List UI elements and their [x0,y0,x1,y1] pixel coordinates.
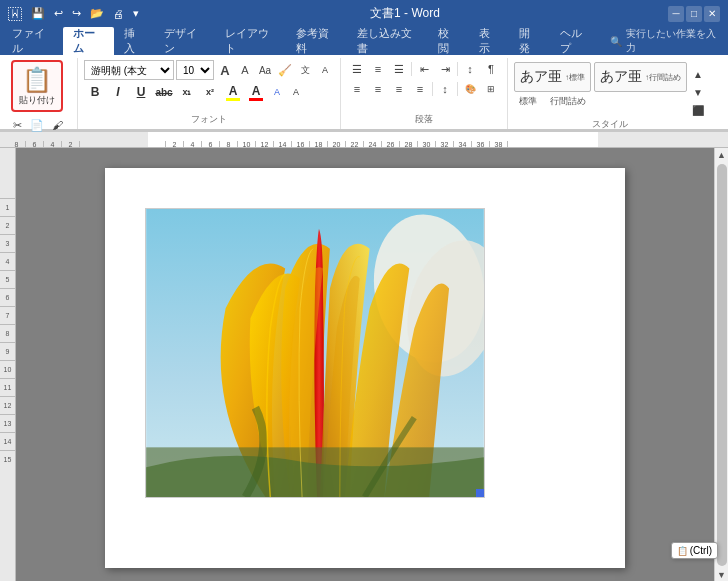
tab-references[interactable]: 参考資料 [286,27,347,55]
close-button[interactable]: ✕ [704,6,720,22]
font-selection-row: 游明朝 (本文 10.5 A A Aa 🧹 文 A [84,60,334,80]
main-area: 1 2 3 4 5 6 7 8 9 10 11 12 13 14 15 [0,148,728,581]
font-size-up-button[interactable]: A [216,61,234,79]
undo-button[interactable]: ↩ [51,5,66,22]
increase-indent-button[interactable]: ⇥ [435,60,455,78]
tab-layout[interactable]: レイアウト [215,27,286,55]
save-button[interactable]: 💾 [28,5,48,22]
titlebar-left: 🇼 💾 ↩ ↪ 📂 🖨 ▾ [8,5,142,22]
ribbon-tab-bar: ファイル ホーム 挿入 デザイン レイアウト 参考資料 差し込み文書 校閲 表示… [0,27,728,55]
align-right-button[interactable]: ≡ [389,80,409,98]
vertical-scrollbar[interactable]: ▲ ▼ [714,148,728,581]
font-group-label: フォント [84,113,334,127]
print-button[interactable]: 🖨 [110,6,127,22]
italic-button[interactable]: I [107,82,129,102]
window-controls: ─ □ ✕ [668,6,720,22]
subscript-button[interactable]: x₁ [176,82,198,102]
window-title: 文書1 - Word [370,5,440,22]
borders-button[interactable]: ⊞ [481,80,501,98]
ctrl-badge[interactable]: 📋 (Ctrl) [671,542,718,559]
horizontal-ruler: 8 6 4 2 2 4 6 8 10 12 14 16 18 20 22 24 … [0,132,728,148]
tab-insert[interactable]: 挿入 [114,27,154,55]
align-center-button[interactable]: ≡ [368,80,388,98]
decrease-indent-button[interactable]: ⇤ [414,60,434,78]
style-compact[interactable]: あア亜 ↑行間詰め [594,62,687,92]
tab-developer[interactable]: 開発 [509,27,549,55]
paragraph-bottom-row: ≡ ≡ ≡ ≡ ↕ 🎨 ⊞ [347,80,501,98]
change-case-button[interactable]: Aa [256,61,274,79]
font-family-select[interactable]: 游明朝 (本文 [84,60,174,80]
styles-expand[interactable]: ⬛ [690,102,706,118]
bold-button[interactable]: B [84,82,106,102]
shading-button[interactable]: 🎨 [460,80,480,98]
scroll-thumb[interactable] [717,164,727,566]
tab-help[interactable]: ヘルプ [550,27,601,55]
bullets-button[interactable]: ☰ [347,60,367,78]
font-format-row: B I U abc x₁ x² A A A [84,82,334,102]
customize-qa-button[interactable]: ▾ [130,5,142,22]
superscript-button[interactable]: x² [199,82,221,102]
tulip-svg [146,209,484,497]
ribbon-content: 📋 貼り付け ✂ 📄 🖌 クリップボード 游明朝 (本文 [0,55,728,131]
image-resize-handle[interactable] [476,489,484,497]
sort-button[interactable]: ↕ [460,60,480,78]
font-group: 游明朝 (本文 10.5 A A Aa 🧹 文 A B I U [80,58,341,129]
styles-scroll-up[interactable]: ▲ [690,66,706,82]
paste-button[interactable]: 📋 貼り付け [11,60,63,112]
tab-search-area: 🔍 実行したい作業を入力 [600,27,728,55]
tab-file[interactable]: ファイル [2,27,63,55]
tulip-image[interactable] [145,208,485,498]
font-size-down-button[interactable]: A [236,61,254,79]
paragraph-label: 段落 [347,113,501,127]
styles-group: あア亜 ↑標準 あア亜 ↑行間詰め 標準 行間詰め ▲ [510,58,712,129]
redo-button[interactable]: ↪ [69,5,84,22]
paste-label: 貼り付け [19,94,55,107]
font-color-picker-button[interactable]: A [287,83,305,101]
numbered-list-button[interactable]: ≡ [368,60,388,78]
quick-access-toolbar: 💾 ↩ ↪ 📂 🖨 ▾ [28,5,142,22]
styles-scroll-down[interactable]: ▼ [690,84,706,100]
document-canvas[interactable] [16,148,714,581]
line-spacing-button[interactable]: ↕ [435,80,455,98]
ribbon: ファイル ホーム 挿入 デザイン レイアウト 参考資料 差し込み文書 校閲 表示… [0,27,728,132]
style-standard-label: 標準 [514,94,542,109]
paragraph-top-row: ☰ ≡ ☰ ⇤ ⇥ ↕ ¶ [347,60,501,78]
clear-format-button[interactable]: 🧹 [276,61,294,79]
strikethrough-button[interactable]: abc [153,82,175,102]
tab-mailings[interactable]: 差し込み文書 [347,27,428,55]
multilevel-list-button[interactable]: ☰ [389,60,409,78]
tab-home[interactable]: ホーム [63,27,114,55]
vertical-ruler: 1 2 3 4 5 6 7 8 9 10 11 12 13 14 15 [0,148,16,581]
ribbon-search-label[interactable]: 実行したい作業を入力 [626,27,718,55]
text-highlight-button[interactable]: A [222,82,244,102]
style-compact-label: 行間詰め [545,94,591,109]
clipboard-group: 📋 貼り付け ✂ 📄 🖌 クリップボード [4,58,78,129]
scroll-up-button[interactable]: ▲ [717,150,726,160]
styles-label: スタイル [514,118,706,132]
tab-view[interactable]: 表示 [469,27,509,55]
font-size-select[interactable]: 10.5 [176,60,214,80]
justify-button[interactable]: ≡ [410,80,430,98]
titlebar: 🇼 💾 ↩ ↪ 📂 🖨 ▾ 文書1 - Word ─ □ ✕ [0,0,728,27]
style-normal[interactable]: あア亜 ↑標準 [514,62,591,92]
show-formatting-button[interactable]: ¶ [481,60,501,78]
paragraph-group: ☰ ≡ ☰ ⇤ ⇥ ↕ ¶ ≡ ≡ ≡ ≡ ↕ [343,58,508,129]
ctrl-label: (Ctrl) [690,545,712,556]
ctrl-icon: 📋 [677,546,688,556]
word-icon: 🇼 [8,6,22,22]
align-left-button[interactable]: ≡ [347,80,367,98]
font-color-button[interactable]: A [245,82,267,102]
paste-icon: 📋 [22,66,52,94]
text-effects-button[interactable]: A [268,83,286,101]
maximize-button[interactable]: □ [686,6,702,22]
phonetic-guide-button[interactable]: 文 [296,61,314,79]
enclosed-btn[interactable]: A [316,61,334,79]
minimize-button[interactable]: ─ [668,6,684,22]
tab-review[interactable]: 校閲 [428,27,468,55]
underline-button[interactable]: U [130,82,152,102]
open-button[interactable]: 📂 [87,5,107,22]
scroll-down-button[interactable]: ▼ [717,570,726,580]
document-page[interactable] [105,168,625,568]
tab-design[interactable]: デザイン [154,27,215,55]
